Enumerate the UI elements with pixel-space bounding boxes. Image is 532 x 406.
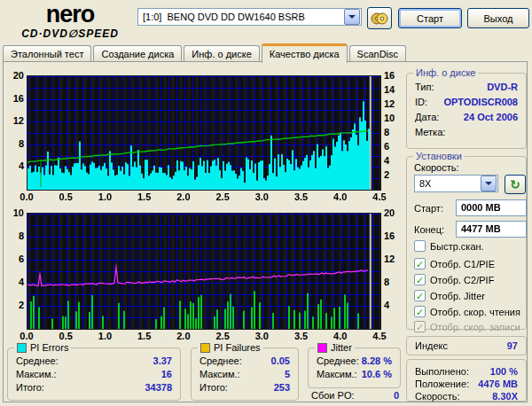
top-chart-right-tick: 2: [384, 169, 403, 180]
top-chart-x-tick: 1.0: [95, 191, 114, 202]
bottom-chart-right-tick: 4: [384, 300, 403, 310]
scan-start-label: Старт:: [414, 203, 443, 214]
chevron-down-icon[interactable]: [344, 9, 360, 25]
checkbox-0[interactable]: Быстр.скан.: [414, 240, 484, 252]
stat-row: Максим.:5: [200, 369, 290, 380]
progress-label: Выполнено:: [415, 366, 469, 378]
checkbox-label: Отобр. Jitter: [430, 291, 485, 301]
top-chart-left-tick: 8: [4, 138, 24, 149]
checkbox-icon: ✓: [414, 258, 426, 269]
top-chart-right-tick: 6: [384, 141, 403, 152]
stat-label: Максим.:: [317, 369, 357, 380]
tab-bar: Эталонный тестСоздание дискаИнф. о диске…: [3, 43, 408, 62]
top-chart-left-tick: 20: [4, 70, 24, 81]
exit-button[interactable]: Выход: [467, 8, 529, 28]
top-chart-right-tick: 12: [384, 98, 403, 109]
disc-info-box: Инф. о диске Тип:DVD-RID:OPTODISCR008Дат…: [406, 73, 527, 149]
bottom-chart-x-tick: 1.5: [135, 331, 154, 341]
drive-select[interactable]: [1:0] BENQ DVD DD DW1640 BSRB: [137, 8, 362, 26]
stat-value: 10.6 %: [362, 369, 392, 380]
checkbox-icon: ✓: [414, 321, 426, 332]
stat-row: Максим.:16: [16, 369, 172, 380]
scan-end-field[interactable]: 4477 MB: [456, 221, 527, 238]
bottom-chart-left-tick: 4: [4, 277, 24, 287]
po-failures-label: Сбои PO:: [311, 390, 355, 402]
series-color-swatch-icon: [17, 343, 27, 353]
checkbox-1[interactable]: ✓Отобр. C1/PIE: [414, 258, 495, 269]
checkbox-icon: ✓: [414, 306, 426, 317]
stat-box-title: PI Failures: [198, 341, 263, 354]
progress-value: 8.30X: [492, 391, 518, 402]
progress-row: Положение:4476 MB: [415, 379, 518, 390]
top-chart-right-tick: 14: [384, 84, 403, 95]
stat-label: Среднее:: [16, 355, 59, 367]
stat-value: 3.37: [153, 355, 172, 367]
disc-info-title: Инф. о диске: [413, 66, 478, 79]
stat-row: Максим.:10.6 %: [317, 369, 392, 380]
top-chart-right-tick: 8: [384, 127, 403, 137]
pi-errors-chart: [27, 75, 381, 191]
tab-1[interactable]: Создание диска: [93, 45, 182, 62]
stat-box-title: Jitter: [315, 341, 355, 354]
checkbox-4[interactable]: ✓Отобр. скор. чтения: [414, 306, 520, 317]
stat-row: Среднее:3.37: [16, 355, 172, 367]
bottom-chart-x-tick: 1.0: [95, 331, 114, 341]
top-chart-right-tick: 4: [384, 155, 403, 166]
checkbox-label: Отобр. C2/PIF: [430, 275, 494, 285]
refresh-icon: ↻: [510, 178, 520, 191]
checkbox-icon: ✓: [414, 274, 426, 285]
stat-row: Среднее:0.05: [200, 355, 290, 367]
checkbox-label: Быстр.скан.: [430, 241, 484, 252]
checkbox-label: Отобр. скор. записи: [430, 322, 520, 332]
checkbox-2[interactable]: ✓Отобр. C2/PIF: [414, 274, 494, 285]
progress-row: Выполнено:100 %: [415, 366, 518, 378]
disc-info-label: Метка:: [415, 127, 445, 138]
stat-value: 8.28 %: [362, 355, 392, 367]
bottom-chart-left-tick: 10: [4, 207, 24, 218]
disc-info-label: ID:: [415, 97, 427, 108]
index-box: Индекс 97: [406, 336, 527, 355]
bottom-chart-x-tick: 0.5: [56, 331, 75, 341]
speed-label: Скорость:: [414, 162, 459, 173]
stat-value: 34378: [145, 382, 172, 394]
stat-label: Максим.:: [200, 369, 240, 380]
stat-value: 253: [274, 382, 290, 394]
checkbox-5: ✓Отобр. скор. записи: [414, 321, 520, 332]
tab-3[interactable]: Качество диска: [262, 43, 348, 63]
refresh-button[interactable]: ↻: [505, 175, 526, 194]
settings-title: Установки: [413, 150, 465, 162]
checkbox-3[interactable]: ✓Отобр. Jitter: [414, 290, 485, 301]
stat-box-title: PI Errors: [14, 341, 71, 354]
top-chart-x-tick: 0.5: [56, 191, 75, 202]
bottom-chart-right-tick: 12: [384, 254, 403, 264]
disc-info-row: ID:OPTODISCR008: [415, 97, 518, 108]
tab-4[interactable]: ScanDisc: [349, 45, 406, 62]
nero-logo-text: nero: [7, 3, 133, 27]
bottom-chart-right-tick: 20: [384, 207, 403, 218]
bottom-chart-left-tick: 6: [4, 254, 24, 264]
tab-0[interactable]: Эталонный тест: [3, 45, 91, 62]
start-button[interactable]: Старт: [398, 8, 462, 28]
speed-select[interactable]: 8X: [414, 175, 498, 192]
chevron-down-icon[interactable]: [481, 176, 497, 191]
disc-info-row: Дата:24 Oct 2006: [415, 112, 518, 123]
disc-info-value: 24 Oct 2006: [464, 112, 518, 123]
stat-label: Среднее:: [200, 355, 242, 367]
top-chart-x-tick: 2.5: [213, 191, 232, 202]
scan-start-field[interactable]: 0000 MB: [456, 199, 527, 216]
series-color-swatch-icon: [317, 343, 327, 353]
discs-button[interactable]: [367, 7, 392, 29]
bottom-chart-left-tick: 8: [4, 230, 24, 241]
scan-end-label: Конец:: [414, 224, 444, 235]
stat-row: Итого:34378: [16, 382, 172, 394]
checkbox-icon: [414, 240, 426, 252]
stat-box-0: PI ErrorsСреднее:3.37Максим.:16Итого:343…: [7, 347, 181, 401]
cd-dvd-speed-logo-text: CD·DVD∅SPEED: [7, 28, 133, 39]
top-chart-x-tick: 4.0: [331, 191, 350, 202]
stat-label: Итого:: [16, 382, 44, 394]
stat-value: 0.05: [271, 355, 290, 367]
top-chart-right-tick: 16: [384, 70, 403, 81]
progress-value: 4476 MB: [478, 379, 518, 390]
stat-row: Итого:253: [200, 382, 290, 394]
tab-2[interactable]: Инф. о диске: [184, 45, 259, 62]
